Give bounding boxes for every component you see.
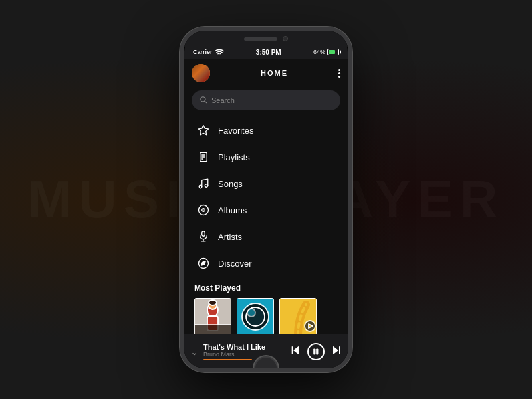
playback-controls [290,343,342,360]
phone-top-bar [184,31,348,47]
battery-icon [327,49,339,55]
app-header: HOME [184,59,348,88]
svg-point-21 [209,300,217,305]
search-placeholder: Search [211,96,235,104]
svg-point-0 [219,55,219,55]
search-bar[interactable]: Search [192,90,340,110]
status-time: 3:50 PM [256,49,281,56]
artists-icon [197,230,210,243]
status-carrier: Carrier [193,49,224,55]
songs-icon [197,177,210,190]
progress-bar [203,359,252,360]
now-playing-info: That's What I Like Bruno Mars [203,343,285,360]
next-button[interactable] [331,345,342,358]
songs-label: Songs [218,179,243,189]
svg-marker-3 [199,126,209,135]
previous-button[interactable] [290,345,301,358]
dot [338,72,340,74]
search-icon [200,96,207,105]
app-content: HOME Search [184,59,348,368]
status-battery: 64% [313,49,339,55]
avatar-image [192,64,210,82]
album-art-1 [194,298,231,335]
now-playing-title: That's What I Like [203,343,285,351]
svg-marker-35 [333,347,338,354]
svg-rect-33 [314,349,315,354]
now-playing-artist: Bruno Mars [203,351,285,358]
header-title: HOME [261,69,288,77]
svg-marker-31 [294,347,299,354]
expand-icon[interactable]: ⌃ [190,346,198,357]
phone-camera [283,36,288,41]
pause-button[interactable] [307,343,325,360]
nav-menu: Favorites Playlists [184,116,348,278]
phone-device: Carrier 3:50 PM 64% [180,27,352,372]
album-thumb-1[interactable] [194,298,231,335]
dot [338,76,340,78]
svg-point-7 [199,185,202,188]
album-row [194,298,338,335]
album-art-2 [237,298,274,335]
most-played-title: Most Played [194,283,338,293]
favorites-icon [197,124,210,137]
nav-item-albums[interactable]: Albums [184,197,348,223]
avatar[interactable] [192,64,210,82]
album-thumb-2[interactable] [237,298,274,335]
battery-fill [329,50,335,54]
svg-point-8 [205,184,208,188]
svg-point-26 [247,309,255,317]
wifi-icon [215,49,224,55]
status-bar: Carrier 3:50 PM 64% [184,45,348,59]
nav-item-playlists[interactable]: Playlists [184,144,348,170]
more-button[interactable] [338,69,340,78]
album-thumb-3[interactable] [279,298,317,335]
svg-line-2 [205,101,207,103]
nav-item-songs[interactable]: Songs [184,170,348,197]
most-played-section: Most Played [184,278,348,338]
playlists-icon [197,150,210,164]
discover-icon [197,257,210,270]
svg-rect-34 [317,349,318,354]
phone-speaker [244,37,277,41]
album-art-3 [279,298,317,335]
nav-item-favorites[interactable]: Favorites [184,117,348,144]
albums-icon [197,203,210,217]
svg-point-11 [203,209,204,211]
nav-item-artists[interactable]: Artists [184,223,348,250]
artists-label: Artists [218,232,242,242]
phone-screen: Carrier 3:50 PM 64% [180,27,352,372]
albums-label: Albums [218,205,247,215]
search-container: Search [184,88,348,116]
discover-label: Discover [218,259,252,269]
dot [338,69,340,71]
playlists-label: Playlists [218,152,250,162]
nav-item-discover[interactable]: Discover [184,250,348,277]
favorites-label: Favorites [218,126,253,136]
